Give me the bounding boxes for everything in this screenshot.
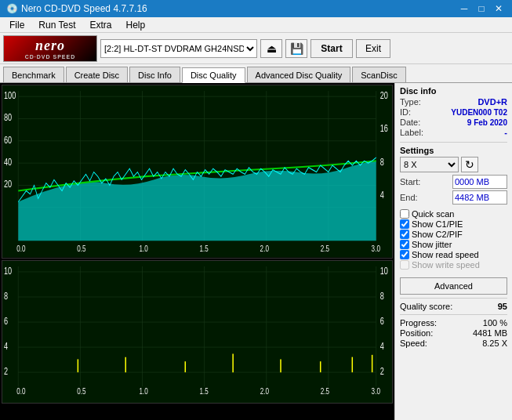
end-input[interactable]	[452, 190, 507, 205]
show-write-speed-checkbox[interactable]	[400, 260, 409, 270]
show-read-speed-label: Show read speed	[412, 250, 479, 259]
start-button[interactable]: Start	[310, 39, 353, 58]
exit-button[interactable]: Exit	[356, 39, 390, 58]
disc-date-label: Date:	[400, 118, 420, 127]
svg-text:2: 2	[380, 365, 384, 376]
svg-text:0.0: 0.0	[16, 386, 26, 396]
position-label: Position:	[400, 328, 433, 338]
start-input[interactable]	[452, 175, 507, 189]
divider-2	[400, 298, 507, 299]
menubar: File Run Test Extra Help	[0, 17, 512, 33]
svg-text:0.0: 0.0	[16, 244, 26, 254]
show-c1-label: Show C1/PIE	[412, 219, 463, 229]
svg-text:16: 16	[380, 123, 388, 134]
refresh-button[interactable]: ↻	[461, 157, 478, 172]
toolbar: nero CD·DVD SPEED [2:2] HL-DT-ST DVDRAM …	[0, 33, 512, 64]
disc-id-value: YUDEN000 T02	[451, 108, 507, 117]
svg-text:100: 100	[4, 89, 16, 100]
show-jitter-label: Show jitter	[412, 240, 452, 249]
show-write-speed-row: Show write speed	[400, 260, 507, 270]
tabs: Benchmark Create Disc Disc Info Disc Qua…	[0, 64, 512, 83]
svg-text:80: 80	[4, 112, 12, 123]
show-jitter-checkbox[interactable]	[400, 240, 409, 249]
nero-logo-text: nero	[35, 38, 65, 54]
progress-label: Progress:	[400, 318, 437, 328]
quality-score-row: Quality score: 95	[400, 302, 507, 311]
svg-text:2: 2	[4, 365, 8, 376]
disc-id-label: ID:	[400, 107, 411, 117]
show-read-speed-row: Show read speed	[400, 250, 507, 259]
disc-label-row: Label: -	[400, 128, 507, 137]
nero-logo: nero CD·DVD SPEED	[3, 35, 97, 62]
menu-help[interactable]: Help	[120, 18, 152, 32]
svg-text:10: 10	[380, 265, 388, 276]
quality-score-value: 95	[498, 302, 507, 311]
svg-text:8: 8	[380, 156, 384, 167]
speed-select[interactable]: 8 X	[400, 157, 459, 172]
show-c2-checkbox[interactable]	[400, 230, 409, 239]
speed-value: 8.25 X	[482, 339, 507, 348]
tab-disc-info[interactable]: Disc Info	[129, 67, 180, 82]
svg-rect-30	[2, 261, 392, 403]
tab-benchmark[interactable]: Benchmark	[3, 67, 64, 82]
eject-button[interactable]: ⏏	[260, 39, 282, 58]
drive-select[interactable]: [2:2] HL-DT-ST DVDRAM GH24NSD0 LH00	[100, 39, 257, 58]
tab-create-disc[interactable]: Create Disc	[66, 67, 128, 82]
lower-chart: 10 8 6 4 2 10 8 6 4 2	[2, 260, 393, 404]
divider-3	[400, 314, 507, 315]
speed-row: Speed: 8.25 X	[400, 339, 507, 348]
position-row: Position: 4481 MB	[400, 328, 507, 338]
disc-type-label: Type:	[400, 97, 421, 107]
close-button[interactable]: ✕	[492, 2, 506, 16]
disc-info-title: Disc info	[400, 86, 507, 96]
end-row: End:	[400, 190, 507, 205]
quick-scan-checkbox[interactable]	[400, 209, 409, 219]
settings-title: Settings	[400, 146, 507, 155]
svg-text:6: 6	[380, 315, 384, 326]
svg-text:1.5: 1.5	[200, 386, 209, 396]
chart-area: 100 80 60 40 20 20 16 8 4	[0, 83, 394, 420]
svg-text:2.5: 2.5	[321, 386, 330, 396]
tab-scan-disc[interactable]: ScanDisc	[352, 67, 405, 82]
quick-scan-row: Quick scan	[400, 209, 507, 219]
svg-text:0.5: 0.5	[77, 386, 86, 396]
svg-text:2.0: 2.0	[260, 386, 270, 396]
menu-file[interactable]: File	[3, 18, 31, 32]
app-icon: 💿	[6, 3, 18, 14]
show-c1-checkbox[interactable]	[400, 219, 409, 229]
menu-extra[interactable]: Extra	[83, 18, 118, 32]
svg-text:8: 8	[380, 290, 384, 301]
progress-row: Progress: 100 %	[400, 318, 507, 328]
tab-disc-quality[interactable]: Disc Quality	[182, 67, 245, 83]
svg-text:1.0: 1.0	[139, 244, 148, 254]
right-panel: Disc info Type: DVD+R ID: YUDEN000 T02 D…	[394, 83, 512, 420]
svg-text:6: 6	[4, 315, 8, 326]
svg-text:4: 4	[380, 190, 384, 201]
save-button[interactable]: 💾	[285, 39, 307, 58]
quality-score-label: Quality score:	[400, 302, 452, 311]
progress-section: Progress: 100 % Position: 4481 MB Speed:…	[400, 318, 507, 348]
minimize-button[interactable]: ─	[457, 2, 471, 16]
divider-1	[400, 142, 507, 143]
start-label: Start:	[400, 177, 420, 186]
maximize-button[interactable]: □	[474, 2, 488, 16]
svg-text:0.5: 0.5	[77, 244, 86, 254]
svg-text:20: 20	[4, 179, 12, 190]
titlebar: 💿 Nero CD-DVD Speed 4.7.7.16 ─ □ ✕	[0, 0, 512, 17]
nero-logo-subtext: CD·DVD SPEED	[25, 54, 76, 60]
disc-date-value: 9 Feb 2020	[467, 118, 507, 127]
advanced-button[interactable]: Advanced	[400, 277, 507, 295]
show-c1-row: Show C1/PIE	[400, 219, 507, 229]
disc-type-row: Type: DVD+R	[400, 97, 507, 107]
show-c2-row: Show C2/PIF	[400, 230, 507, 239]
svg-text:2.0: 2.0	[260, 244, 270, 254]
show-read-speed-checkbox[interactable]	[400, 250, 409, 259]
svg-text:3.0: 3.0	[372, 244, 381, 254]
end-label: End:	[400, 193, 418, 202]
svg-text:20: 20	[380, 89, 388, 100]
svg-text:60: 60	[4, 134, 12, 145]
lower-chart-svg: 10 8 6 4 2 10 8 6 4 2	[2, 261, 392, 403]
tab-advanced-disc-quality[interactable]: Advanced Disc Quality	[247, 67, 351, 82]
quick-scan-label: Quick scan	[412, 209, 454, 219]
menu-run-test[interactable]: Run Test	[32, 18, 82, 32]
